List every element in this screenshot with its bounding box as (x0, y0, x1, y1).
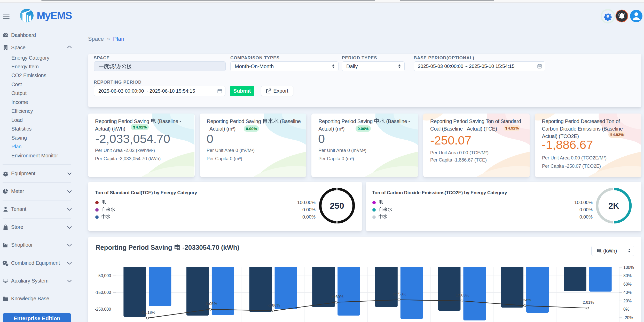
svg-text:-0.05%: -0.05% (205, 301, 217, 306)
svg-text:40%: 40% (623, 290, 632, 295)
svg-text:22.53%: 22.53% (393, 292, 406, 296)
svg-text:19.83%: 19.83% (456, 293, 469, 297)
svg-text:-20%: -20% (623, 316, 633, 320)
svg-text:60%: 60% (623, 282, 632, 286)
svg-text:8.34%: 8.34% (520, 298, 531, 302)
svg-text:16.60%: 16.60% (330, 294, 343, 299)
svg-text:-150,000: -150,000 (95, 290, 111, 295)
svg-text:250: 250 (330, 201, 344, 211)
svg-text:-250,000: -250,000 (95, 307, 111, 311)
svg-text:0%: 0% (623, 307, 629, 311)
svg-text:2K: 2K (608, 201, 619, 211)
svg-text:2.61%: 2.61% (583, 300, 594, 304)
svg-text:-3.86%: -3.86% (267, 303, 280, 307)
svg-text:100%: 100% (623, 265, 634, 270)
svg-text:-50,000: -50,000 (97, 273, 111, 278)
svg-text:80%: 80% (623, 273, 632, 278)
svg-text:20%: 20% (623, 299, 632, 303)
svg-text:-21.18%: -21.18% (140, 310, 155, 315)
